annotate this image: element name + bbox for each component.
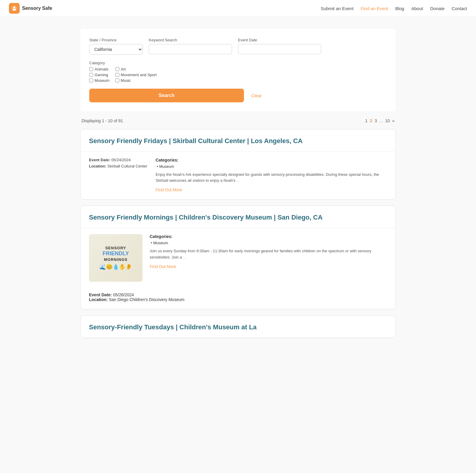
svg-point-1 — [13, 7, 15, 8]
category-checkbox-gaming[interactable] — [89, 73, 93, 77]
brand-icon — [9, 3, 20, 14]
navbar: Sensory Safe Submit an Event Find an Eve… — [0, 0, 476, 17]
event-location-2: Location: San Diego Children's Discovery… — [89, 297, 387, 302]
nav-links: Submit an Event Find an Event Blog About… — [321, 6, 467, 11]
state-label: State / Province — [89, 38, 143, 42]
event-card-body-1: Event Date: 05/24/2024 Location: Skirbal… — [81, 152, 395, 200]
pagination-page-2[interactable]: 2 — [370, 118, 372, 123]
event-title: Sensory-Friendly Tuesdays | Children's M… — [89, 323, 387, 332]
pagination-ellipsis: ... — [379, 118, 383, 123]
event-card-1: Sensory Friendly Fridays | Skirball Cult… — [80, 129, 396, 200]
card-top-row-2: SENSORY FRIENDLY MORNINGS 🌊😊💧✋👂 Categori… — [89, 234, 387, 282]
category-grid: AnimalsArtGamingMovement and SportMuseum… — [89, 67, 157, 83]
category-item-animals[interactable]: Animals — [89, 67, 109, 71]
find-out-more-1[interactable]: Find Out More — [156, 187, 182, 192]
event-date-2: Event Date: 05/26/2024 — [89, 292, 387, 297]
category-label: Category — [89, 61, 157, 65]
keyword-label: Keyword Search — [149, 38, 232, 42]
category-checkbox-music[interactable] — [115, 79, 119, 82]
state-group: State / Province AlabamaAlaskaArizonaArk… — [89, 38, 143, 55]
nav-blog[interactable]: Blog — [395, 6, 404, 11]
categories-label-2: Categories: — [150, 234, 387, 239]
category-checkbox-movement-and-sport[interactable] — [115, 73, 119, 77]
event-card-title: Sensory-Friendly Tuesdays | Children's M… — [81, 316, 395, 338]
pagination-page-1[interactable]: 1 — [365, 118, 368, 123]
category-item-movement-and-sport[interactable]: Movement and Sport — [115, 73, 157, 77]
event-image-placeholder-2: SENSORY FRIENDLY MORNINGS 🌊😊💧✋👂 — [89, 234, 143, 282]
category-group: Category AnimalsArtGamingMovement and Sp… — [89, 61, 157, 83]
card-meta-below-2: Event Date: 05/26/2024 Location: San Die… — [89, 289, 387, 302]
event-meta-right-2: Categories: Museum Join us every Sunday … — [150, 234, 387, 282]
event-description-1: Enjoy the Noah's Ark experience speciall… — [156, 172, 387, 184]
nav-donate[interactable]: Donate — [430, 6, 444, 11]
pagination: 123...10» — [365, 118, 394, 123]
category-item-museum[interactable]: Museum — [89, 78, 109, 83]
search-button[interactable]: Search — [89, 89, 244, 102]
category-tag-museum-2: Museum — [150, 241, 387, 245]
pagination-page-10[interactable]: 10 — [385, 118, 390, 123]
event-image-2: SENSORY FRIENDLY MORNINGS 🌊😊💧✋👂 — [89, 234, 143, 282]
pagination-page-»[interactable]: » — [392, 118, 394, 123]
event-title-2: Sensory Friendly Mornings | Children's D… — [89, 213, 387, 222]
nav-find-event[interactable]: Find an Event — [361, 6, 388, 11]
category-tag-museum-1: Museum — [156, 164, 387, 169]
events-container: Sensory Friendly Fridays | Skirball Cult… — [80, 129, 396, 338]
nav-contact[interactable]: Contact — [452, 6, 467, 11]
category-checkbox-museum[interactable] — [89, 79, 93, 82]
find-out-more-2[interactable]: Find Out More — [150, 264, 176, 269]
keyword-input[interactable] — [149, 44, 232, 54]
event-card-title-1: Sensory Friendly Fridays | Skirball Cult… — [81, 129, 395, 152]
event-card-2: Sensory Friendly Mornings | Children's D… — [80, 206, 396, 309]
nav-submit-event[interactable]: Submit an Event — [321, 6, 353, 11]
event-title-1: Sensory Friendly Fridays | Skirball Cult… — [89, 137, 387, 145]
event-card-title-2: Sensory Friendly Mornings | Children's D… — [81, 206, 395, 228]
nav-about[interactable]: About — [411, 6, 423, 11]
search-form: State / Province AlabamaAlaskaArizonaArk… — [80, 29, 396, 111]
pagination-page-3[interactable]: 3 — [375, 118, 377, 123]
event-meta-right-1: Categories: Museum Enjoy the Noah's Ark … — [156, 158, 387, 192]
search-actions: Search Clear — [89, 89, 387, 102]
event-description-2: Join us every Sunday from 9:30am - 11:30… — [150, 248, 387, 261]
results-count: Displaying 1 - 10 of 91 — [82, 118, 123, 123]
state-select[interactable]: AlabamaAlaskaArizonaArkansasCaliforniaCo… — [89, 44, 143, 55]
brand-link[interactable]: Sensory Safe — [9, 3, 52, 14]
main-content: State / Province AlabamaAlaskaArizonaArk… — [74, 17, 402, 356]
category-item-gaming[interactable]: Gaming — [89, 73, 109, 77]
event-location-1: Location: Skirball Cultural Center — [89, 164, 148, 168]
date-label: Event Date — [238, 38, 321, 42]
event-meta-left-1: Event Date: 05/24/2024 Location: Skirbal… — [89, 158, 148, 192]
category-item-music[interactable]: Music — [115, 78, 157, 83]
date-group: Event Date — [238, 38, 321, 54]
category-checkbox-animals[interactable] — [89, 67, 93, 71]
event-date-1: Event Date: 05/24/2024 — [89, 158, 148, 162]
keyword-group: Keyword Search — [149, 38, 232, 54]
category-checkbox-art[interactable] — [115, 67, 119, 71]
date-input[interactable] — [238, 44, 321, 54]
results-meta: Displaying 1 - 10 of 91 123...10» — [80, 118, 396, 123]
category-item-art[interactable]: Art — [115, 67, 157, 71]
form-row-filters: State / Province AlabamaAlaskaArizonaArk… — [89, 38, 387, 83]
brand-name: Sensory Safe — [22, 6, 52, 11]
categories-label-1: Categories: — [156, 158, 387, 162]
clear-button[interactable]: Clear — [249, 92, 264, 99]
event-card-3: Sensory-Friendly Tuesdays | Children's M… — [80, 315, 396, 338]
event-card-body-2: SENSORY FRIENDLY MORNINGS 🌊😊💧✋👂 Categori… — [81, 228, 395, 309]
